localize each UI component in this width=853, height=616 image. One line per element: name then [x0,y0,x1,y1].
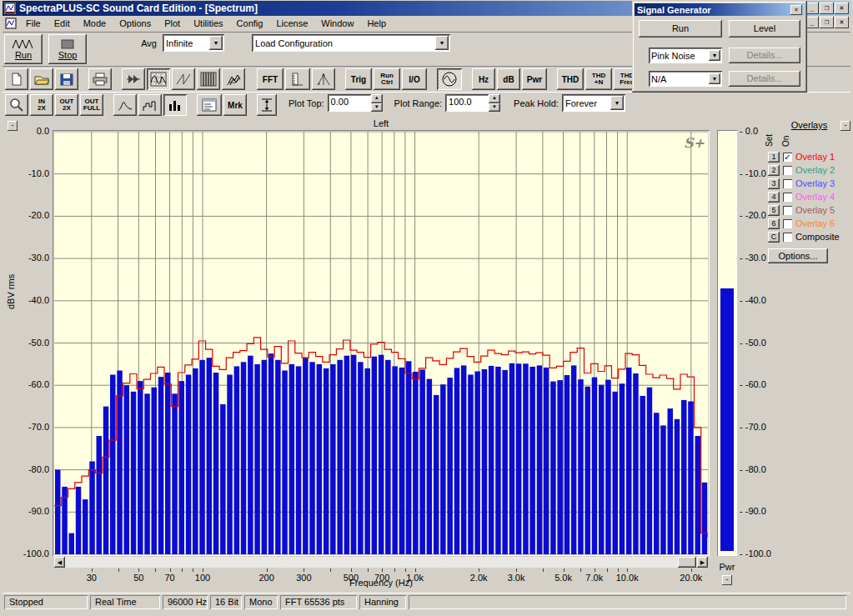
menu-item-plot[interactable]: Plot [158,17,187,30]
overlays-options-button[interactable]: Options... [768,248,828,263]
line-plot-style-button[interactable] [113,94,137,116]
plot-range-input[interactable]: 100.0 [445,94,489,112]
power-units-button[interactable]: Pwr [522,68,547,90]
menu-item-config[interactable]: Config [230,17,270,30]
step-plot-style-icon [142,98,158,113]
overlay-set-button-C[interactable]: C [768,232,780,243]
time-series-view-button[interactable] [122,68,145,90]
menu-item-license[interactable]: License [269,17,314,30]
fft-settings-button[interactable]: FFT [257,68,283,90]
output-full-scale-button-label: FULL [83,105,100,112]
plot-top-spin-down[interactable]: ▼ [371,103,383,113]
output-full-scale-button[interactable]: OUTFULL [80,94,103,116]
trigger-settings-button[interactable]: Trig [345,68,372,90]
generator-details2-button[interactable]: Details... [729,71,800,87]
menu-item-window[interactable]: Window [314,17,360,30]
spectrum-plot-canvas[interactable] [54,132,708,554]
collapse-power-meter-button[interactable]: - [722,575,732,585]
surface-view-button[interactable] [222,68,245,90]
plot-range-spinner[interactable]: ▲▼ [489,94,500,112]
overlay-on-checkbox-2[interactable] [783,166,792,175]
marker-button[interactable]: Mrk [223,94,247,116]
generator-signal-type2-dropdown-arrow[interactable]: ▼ [709,73,720,84]
input-half-scale-button[interactable]: IN2X [30,94,53,116]
bar-plot-style-button[interactable] [163,94,187,116]
print-icon [92,72,108,87]
spectrogram-view-button[interactable] [197,68,220,90]
run-control-button[interactable]: RunCtrl [374,68,400,90]
menu-item-utilities[interactable]: Utilities [187,17,229,30]
plot-options-button[interactable] [197,94,222,116]
amplitude-units-button[interactable]: dB [497,68,520,90]
open-file-button[interactable] [30,68,53,90]
plot-range-spin-up[interactable]: ▲ [489,94,500,103]
generator-signal-type2-combobox[interactable]: N/A ▼ [649,71,722,87]
plot-top-input[interactable]: 0.00 [328,94,371,112]
plot-range-spin-down[interactable]: ▼ [489,103,500,113]
overlay-set-button-2[interactable]: 2 [768,165,780,176]
avg-combobox[interactable]: Infinite ▼ [163,34,224,52]
plot-top-spinner[interactable]: ▲▼ [371,94,383,112]
y-tick-label-right: - -80.0 [740,464,766,474]
run-button[interactable]: Run [4,34,43,64]
overlay-on-checkbox-1[interactable]: ✓ [783,153,792,162]
overlay-on-checkbox-4[interactable] [783,193,792,202]
step-plot-style-button[interactable] [138,94,162,116]
generator-signal-type-combobox[interactable]: Pink Noise ▼ [649,48,722,63]
print-button[interactable] [88,68,112,90]
overlay-on-checkbox-C[interactable] [783,233,792,242]
thd-plus-n-button[interactable]: THD+N [585,68,612,90]
peak-hold-combobox[interactable]: Forever▼ [562,94,625,112]
overlay-set-button-6[interactable]: 6 [768,218,780,229]
signal-generator-button[interactable] [437,68,462,90]
overlay-on-checkbox-3[interactable] [783,179,792,188]
restore-button[interactable]: ❐ [820,3,834,14]
new-file-button[interactable] [5,68,28,90]
spectrum-view-button[interactable] [147,68,170,90]
overlay-set-button-3[interactable]: 3 [768,178,780,189]
phase-view-button[interactable] [172,68,195,90]
load-configuration-dropdown-arrow[interactable]: ▼ [435,36,449,50]
overlay-set-button-5[interactable]: 5 [768,205,780,216]
generator-level-button[interactable]: Level [729,20,800,38]
scrollbar-left-arrow[interactable]: ◀ [54,557,65,568]
overlay-set-button-1[interactable]: 1 [768,152,780,163]
menu-item-file[interactable]: File [19,17,48,30]
generator-run-button[interactable]: Run [639,20,722,38]
signal-generator-title-bar[interactable]: Signal Generator ✕ [635,3,805,16]
thd-plus-n-button-label: +N [595,79,603,86]
generator-signal-type-dropdown-arrow[interactable]: ▼ [709,50,720,61]
overlay-on-checkbox-6[interactable] [783,219,792,228]
signal-generator-close-button[interactable]: ✕ [790,5,802,15]
generator-details1-button[interactable]: Details... [729,48,800,63]
overlays-rows: 1✓Overlay 12Overlay 23Overlay 34Overlay … [768,150,850,243]
overlay-on-checkbox-5[interactable] [783,206,792,215]
frequency-units-button[interactable]: Hz [472,68,495,90]
calibration-button[interactable] [312,68,335,90]
save-file-button[interactable] [55,68,78,90]
close-button[interactable]: ✕ [835,3,849,14]
overlay-set-button-4[interactable]: 4 [768,192,780,203]
menu-item-mode[interactable]: Mode [77,17,113,30]
menu-item-options[interactable]: Options [113,17,158,30]
scrollbar-thumb[interactable] [678,557,696,568]
plot-scale-button[interactable] [257,94,277,116]
menu-item-edit[interactable]: Edit [48,17,77,30]
thd-button[interactable]: THD [557,68,584,90]
peak-hold-dropdown-arrow[interactable]: ▼ [610,96,624,110]
scale-settings-button[interactable] [285,68,310,90]
frequency-scrollbar[interactable]: ◀ ▶ [54,557,708,568]
child-close-button[interactable]: ✕ [835,17,849,28]
child-restore-button[interactable]: ❐ [820,17,834,28]
stop-button[interactable]: Stop [48,34,87,64]
x-tick-mark [618,568,619,572]
input-half-scale-button-label: 2X [38,105,46,112]
zoom-button[interactable] [5,94,28,116]
output-half-scale-button[interactable]: OUT2X [55,94,78,116]
load-configuration-combobox[interactable]: Load Configuration ▼ [252,34,450,52]
avg-dropdown-arrow[interactable]: ▼ [209,36,223,50]
io-device-button[interactable]: I/O [402,68,427,90]
plot-top-spin-up[interactable]: ▲ [371,94,383,103]
menu-item-help[interactable]: Help [360,17,393,30]
scrollbar-right-arrow[interactable]: ▶ [697,557,708,568]
